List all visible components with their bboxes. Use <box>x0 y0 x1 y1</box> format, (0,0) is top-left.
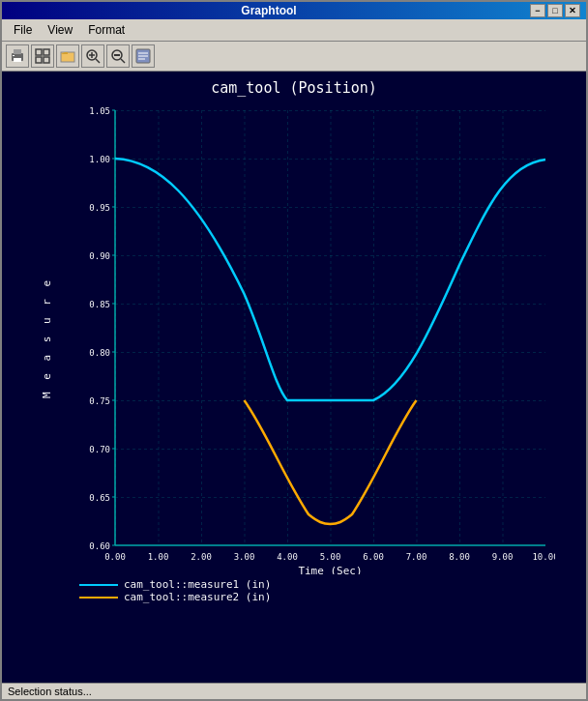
legend-area: cam_tool::measure1 (in) cam_tool::measur… <box>2 574 586 607</box>
svg-text:0.85: 0.85 <box>89 300 110 309</box>
y-axis-label-container: M e a s u r e <box>33 101 62 574</box>
legend-line-1 <box>79 584 118 586</box>
svg-line-14 <box>121 59 125 63</box>
svg-text:0.70: 0.70 <box>89 445 110 454</box>
svg-text:1.05: 1.05 <box>89 106 110 116</box>
svg-text:7.00: 7.00 <box>406 552 427 562</box>
svg-rect-15 <box>114 54 120 56</box>
svg-text:0.80: 0.80 <box>89 348 110 358</box>
svg-rect-4 <box>36 49 42 55</box>
svg-text:0.60: 0.60 <box>89 541 110 551</box>
menu-view[interactable]: View <box>40 21 80 39</box>
svg-text:0.90: 0.90 <box>89 251 110 261</box>
status-bar: Selection status... <box>2 683 586 699</box>
svg-text:9.00: 9.00 <box>492 552 514 562</box>
svg-text:3.00: 3.00 <box>234 552 255 562</box>
status-text: Selection status... <box>8 686 92 697</box>
svg-rect-7 <box>44 57 49 63</box>
legend-label-2: cam_tool::measure2 (in) <box>124 591 271 603</box>
svg-text:5.00: 5.00 <box>320 552 341 562</box>
svg-text:0.00: 0.00 <box>104 552 126 562</box>
window-controls: − □ ✕ <box>530 4 580 17</box>
svg-text:8.00: 8.00 <box>449 552 470 562</box>
svg-rect-3 <box>13 55 15 56</box>
zoom-fit-button[interactable] <box>106 44 130 68</box>
svg-text:1.00: 1.00 <box>148 552 169 562</box>
svg-rect-2 <box>14 58 21 62</box>
grid-button[interactable] <box>31 44 54 68</box>
zoom-in-button[interactable] <box>81 44 104 68</box>
menu-format[interactable]: Format <box>80 21 132 39</box>
y-axis-label: M e a s u r e <box>42 277 54 397</box>
svg-line-10 <box>96 59 100 63</box>
svg-rect-1 <box>14 49 21 54</box>
legend-item-2: cam_tool::measure2 (in) <box>79 591 271 603</box>
svg-rect-6 <box>36 57 42 63</box>
svg-text:Time (Sec): Time (Sec) <box>298 565 362 574</box>
svg-text:4.00: 4.00 <box>277 552 298 562</box>
menu-bar: File View Format <box>2 19 586 42</box>
title-bar: Graphtool − □ ✕ <box>2 2 586 19</box>
legend-label-1: cam_tool::measure1 (in) <box>124 578 271 591</box>
svg-text:0.65: 0.65 <box>89 493 110 503</box>
legend-line-2 <box>79 597 118 599</box>
print-button[interactable] <box>6 44 29 68</box>
graph-area: cam_tool (Position) M e a s u r e <box>2 72 586 683</box>
svg-text:0.75: 0.75 <box>89 396 110 406</box>
window-title: Graphtool <box>8 4 530 17</box>
main-window: Graphtool − □ ✕ File View Format <box>0 0 588 701</box>
svg-rect-24 <box>115 110 545 545</box>
svg-text:2.00: 2.00 <box>191 552 212 562</box>
minimize-button[interactable]: − <box>530 4 545 17</box>
properties-button[interactable] <box>132 44 155 68</box>
svg-text:6.00: 6.00 <box>363 552 384 562</box>
svg-text:0.95: 0.95 <box>89 203 110 213</box>
toolbar <box>2 42 586 72</box>
graph-wrapper: M e a s u r e <box>23 101 565 574</box>
open-button[interactable] <box>56 44 79 68</box>
svg-text:1.00: 1.00 <box>89 155 110 164</box>
chart-svg: 1.05 1.00 0.95 0.90 0.85 0.80 0.75 0.70 … <box>62 101 555 574</box>
maximize-button[interactable]: □ <box>547 4 563 17</box>
legend-item-1: cam_tool::measure1 (in) <box>79 578 271 591</box>
graph-title: cam_tool (Position) <box>211 79 377 97</box>
svg-rect-5 <box>44 49 49 55</box>
close-button[interactable]: ✕ <box>565 4 580 17</box>
menu-file[interactable]: File <box>6 21 40 39</box>
svg-text:10.00: 10.00 <box>532 552 555 562</box>
